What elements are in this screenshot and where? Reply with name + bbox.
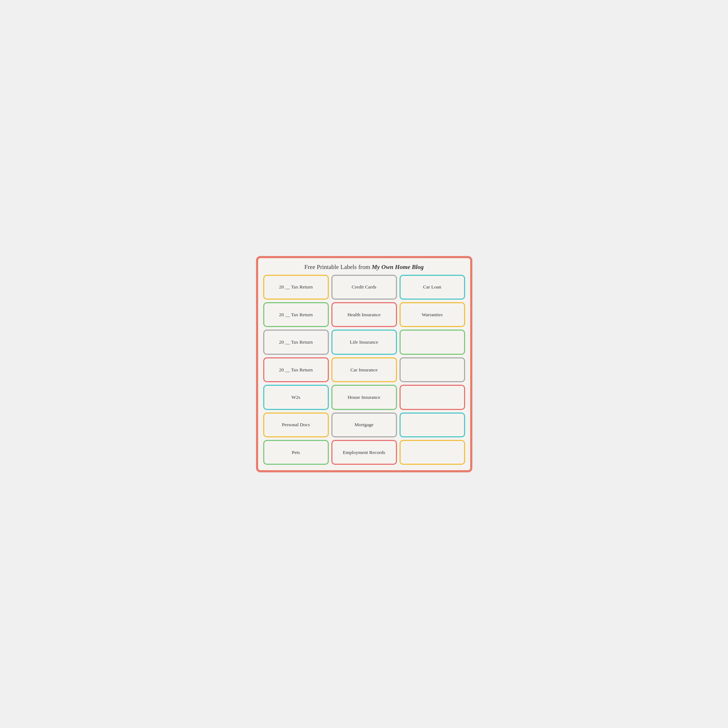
label-box: Car Loan [399,275,465,300]
label-box [399,440,465,465]
label-box: Mortgage [331,413,397,437]
label-box [399,385,465,410]
label-box [399,357,465,382]
label-box: Pets [263,440,329,465]
page-header: Free Printable Labels from My Own Home B… [263,263,465,271]
label-box: Warranties [399,302,465,327]
label-box [399,413,465,437]
label-box: Personal Docs [263,413,329,437]
header-brand: My Own Home Blog [372,264,424,271]
label-box: Life Insurance [331,330,397,355]
label-box: Credit Cards [331,275,397,300]
header-prefix: Free Printable Labels from [304,264,372,271]
label-box: Employment Records [331,440,397,465]
label-box: House Insurance [331,385,397,410]
label-box: 20 __ Tax Return [263,330,329,355]
label-box: W2s [263,385,329,410]
label-box: 20 __ Tax Return [263,275,329,300]
label-box: 20 __ Tax Return [263,357,329,382]
labels-grid: 20 __ Tax ReturnCredit CardsCar Loan20 _… [263,275,465,465]
label-box: Health Insurance [331,302,397,327]
label-box: Car Insurance [331,357,397,382]
label-box [399,330,465,355]
label-box: 20 __ Tax Return [263,302,329,327]
printable-page: Free Printable Labels from My Own Home B… [256,256,473,473]
